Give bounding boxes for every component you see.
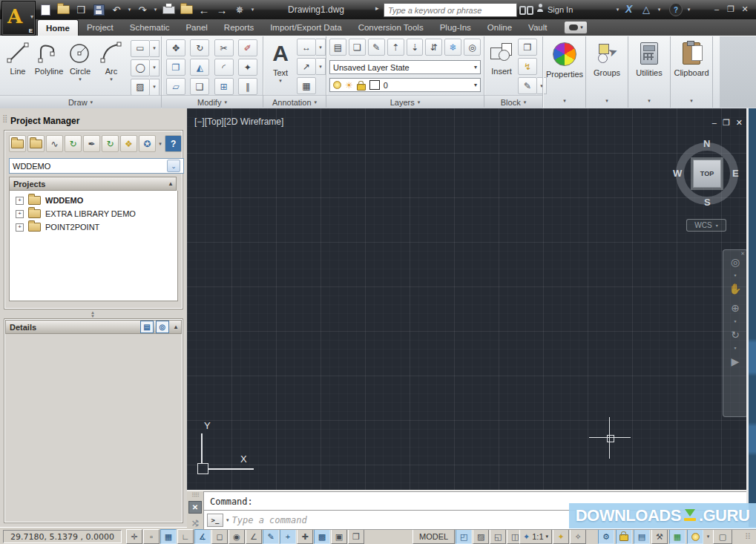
resize-grip[interactable]: ⠿ (745, 532, 751, 542)
drawing-canvas[interactable]: [−][Top][2D Wireframe] – ❐ ✕ N W E S TOP… (187, 108, 756, 490)
text-button[interactable]: A Text ▾ (266, 39, 295, 96)
title-expand-icon[interactable]: ▸ (375, 4, 379, 12)
details-preview-icon[interactable]: ◎ (156, 321, 169, 333)
workspace-switching-icon[interactable]: ⚙ (598, 529, 614, 544)
dynamic-ucs-toggle[interactable]: ✎ (263, 529, 279, 544)
3d-visual-button[interactable]: ✦ (238, 59, 257, 76)
expand-icon[interactable]: + (16, 223, 24, 232)
tab-panel[interactable]: Panel (177, 19, 215, 36)
audit-caret-icon[interactable]: ▾ (157, 137, 163, 151)
stretch-button[interactable]: ▱ (166, 78, 185, 95)
open-folder-icon[interactable] (55, 2, 71, 17)
layer-states-manager-button[interactable]: ❏ (349, 39, 366, 56)
tab-conversion-tools[interactable]: Conversion Tools (350, 19, 432, 36)
ellipse-button[interactable]: ◯ (131, 59, 150, 76)
new-project-button[interactable] (27, 135, 45, 152)
table-button[interactable]: ▦ (297, 77, 316, 94)
quick-properties-toggle[interactable]: ▣ (331, 529, 347, 544)
modify-panel-label[interactable]: Modify▾ (162, 95, 263, 109)
move-button[interactable]: ✥ (166, 39, 185, 56)
sheet-set-icon[interactable] (178, 2, 194, 17)
active-project-dropdown[interactable]: WDDEMO ⌄ (9, 158, 184, 174)
model-space-button[interactable]: ◰ (456, 529, 472, 544)
redo-icon[interactable]: ↷ (134, 2, 151, 17)
rotate-button[interactable]: ↻ (190, 39, 209, 56)
erase-button[interactable]: ✐ (238, 39, 257, 56)
lineweight-toggle[interactable]: ✚ (297, 529, 313, 544)
workspace-icon[interactable]: ✵ (231, 2, 248, 17)
layer-match-button[interactable]: ✎ (368, 39, 385, 56)
properties-panel-button[interactable]: Properties ▾ (544, 36, 586, 108)
undo-caret-icon[interactable]: ▾ (126, 2, 133, 17)
block-editor-button[interactable]: ✎ (518, 77, 537, 94)
tab-plug-ins[interactable]: Plug-Ins (432, 19, 479, 36)
search-icon[interactable] (519, 6, 533, 15)
tree-item-extra-library-demo[interactable]: + EXTRA LIBRARY DEMO (10, 207, 177, 220)
block-panel-label[interactable]: Block▾ (484, 95, 542, 109)
doc-restore-icon[interactable]: ❐ (723, 118, 730, 128)
details-list-icon[interactable]: ▤ (140, 321, 154, 333)
search-input[interactable] (384, 3, 517, 17)
signin-caret-icon[interactable]: ▾ (614, 2, 621, 17)
copy-button[interactable]: ❐ (166, 59, 185, 76)
transparency-toggle[interactable]: ▩ (314, 529, 330, 544)
rectangle-button[interactable]: ▭ (131, 40, 150, 57)
customization-wrench-icon[interactable]: ⚒ (651, 529, 668, 544)
application-menu-button[interactable]: A ▾ E (1, 1, 36, 36)
layers-panel-label[interactable]: Layers▾ (326, 95, 484, 109)
recent-commands-caret-icon[interactable]: ▾ (226, 517, 229, 523)
clean-screen-button[interactable]: ▢ (713, 529, 732, 544)
model-button[interactable]: MODEL (412, 529, 455, 544)
drawing-status-icon[interactable]: ▦ (669, 529, 686, 544)
projects-section-header[interactable]: Projects ▴ (9, 177, 177, 191)
utilities-panel-button[interactable]: Utilities ▾ (628, 36, 671, 108)
multileader-caret-icon[interactable]: ▾ (316, 58, 326, 75)
hatch-caret-icon[interactable]: ▾ (150, 79, 160, 96)
project-refresh-button[interactable]: ↻ (102, 135, 119, 152)
layer-state-dropdown[interactable]: Unsaved Layer State ▾ (329, 60, 481, 74)
sign-in-person-icon[interactable] (537, 9, 543, 12)
viewcube-east[interactable]: E (732, 168, 739, 179)
insert-button[interactable]: Insert (487, 39, 516, 96)
arc-button[interactable]: Arc ▾ (96, 39, 126, 96)
undo-icon[interactable]: ↶ (108, 2, 125, 17)
help-caret-icon[interactable]: ▾ (686, 2, 692, 17)
trim-button[interactable]: ✂ (214, 39, 234, 56)
annotation-visibility-button[interactable]: ✦ (553, 529, 569, 544)
create-block-button[interactable]: ❐ (518, 39, 537, 56)
doc-minimize-icon[interactable]: – (712, 118, 717, 128)
hardware-acceleration-icon[interactable]: ▤ (634, 529, 650, 544)
tab-reports[interactable]: Reports (216, 19, 262, 36)
layer-off-button[interactable]: ◎ (464, 39, 481, 56)
zoom-icon[interactable]: ⊕ (731, 299, 740, 317)
details-section-header[interactable]: Details ▤ ◎ ▴ (5, 320, 182, 334)
layer-isolate-button[interactable]: ⇣ (407, 39, 424, 56)
draw-panel-label[interactable]: Draw▾ (0, 95, 161, 109)
help-icon[interactable]: ? (669, 3, 683, 16)
clipboard-panel-button[interactable]: Clipboard ▾ (671, 36, 713, 108)
new-file-icon[interactable] (37, 2, 53, 17)
project-combo-caret-icon[interactable]: ⌄ (167, 160, 180, 172)
selection-cycling-toggle[interactable]: ❒ (348, 529, 364, 544)
hatch-button[interactable]: ▨ (131, 79, 150, 96)
orbit-icon[interactable]: ↻ (731, 326, 740, 344)
isolate-objects-bulb-icon[interactable] (687, 529, 703, 544)
multileader-button[interactable]: ↗ (297, 58, 316, 75)
details-splitter[interactable]: ▲▼ (4, 310, 181, 319)
exchange-apps-icon[interactable]: X (625, 3, 632, 15)
dynamic-input-toggle[interactable]: + (280, 529, 296, 544)
viewport-controls[interactable]: [−][Top][2D Wireframe] (194, 117, 283, 127)
command-customize-wrench-icon[interactable]: ⚒ (190, 520, 200, 528)
dimension-caret-icon[interactable]: ▾ (316, 39, 326, 56)
refresh-button[interactable]: ↻ (65, 135, 82, 152)
plot-icon[interactable] (160, 2, 177, 17)
offset-button[interactable]: ∥ (238, 78, 257, 95)
electrical-audit-button[interactable]: ✪ (139, 135, 156, 152)
a360-caret-icon[interactable]: ▾ (656, 2, 663, 17)
navigation-bar[interactable]: ✕ ◎ ▾ ✋ ⊕ ▾ ↻ ▾ ▶ (723, 249, 748, 417)
edit-attributes-button[interactable]: ↯ (518, 58, 537, 75)
viewcube-south[interactable]: S (704, 197, 711, 208)
tab-import-export-data[interactable]: Import/Export Data (262, 19, 350, 36)
tree-item-wddemo[interactable]: + WDDEMO (10, 194, 177, 207)
object-snap-tracking-toggle[interactable]: ∠ (246, 529, 262, 544)
